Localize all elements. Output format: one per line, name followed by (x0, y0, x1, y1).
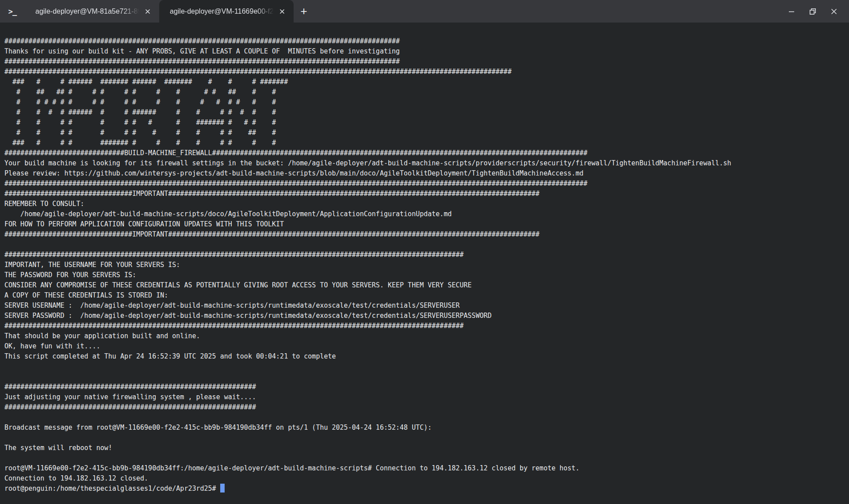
terminal-line: # ## ## # # # # # # # # # ## # # (4, 87, 849, 97)
terminal-line: ########################################… (4, 382, 849, 392)
terminal-tab-1[interactable]: agile-deployer@VM-81a5e721-8956 (25, 0, 159, 23)
terminal-line: OK, have fun with it.... (4, 341, 849, 351)
new-tab-button[interactable]: + (294, 0, 314, 23)
tab-close-button[interactable] (276, 5, 288, 18)
terminal-line: ################################IMPORTAN… (4, 229, 849, 240)
terminal-line (4, 453, 849, 463)
close-window-button[interactable] (830, 7, 838, 16)
close-icon (279, 9, 285, 14)
window-titlebar: >_ agile-deployer@VM-81a5e721-8956agile-… (0, 0, 849, 23)
terminal-line: ########################################… (4, 67, 849, 77)
terminal-line: Thanks for using our build kit - ANY PRO… (4, 46, 849, 57)
terminal-line (4, 240, 849, 250)
tab-close-button[interactable] (142, 5, 154, 18)
terminal-line: REMEMBER TO CONSULT: (4, 199, 849, 209)
terminal-line (4, 362, 849, 372)
terminal-line: ################################IMPORTAN… (4, 189, 849, 199)
restore-button[interactable] (808, 7, 817, 16)
terminal-line: THE PASSWORD FOR YOUR SERVERS IS: (4, 270, 849, 280)
terminal-tab-2[interactable]: agile-deployer@VM-11669e00-f2e2 (159, 0, 294, 23)
terminal-line: ########################################… (4, 402, 849, 412)
terminal-line: IMPORTANT, THE USERNAME FOR YOUR SERVERS… (4, 260, 849, 270)
terminal-line: # # # # # # # # # # # # # # # # # # (4, 97, 849, 107)
minimize-button[interactable] (787, 7, 796, 16)
terminal-line: Connection to 194.182.163.12 closed. (4, 473, 849, 484)
terminal-cursor (220, 484, 225, 493)
terminal-line: Your build machine is looking for its fi… (4, 158, 849, 168)
tab-strip: agile-deployer@VM-81a5e721-8956agile-dep… (25, 0, 294, 23)
tab-title: agile-deployer@VM-11669e00-f2e2 (170, 8, 276, 15)
terminal-line: SERVER USERNAME : /home/agile-deployer/a… (4, 301, 849, 311)
terminal-line: ### # # ###### ####### ###### ####### # … (4, 77, 849, 87)
terminal-line: ########################################… (4, 250, 849, 260)
terminal-line: root@penguin:/home/thespecialglasses1/co… (4, 484, 849, 494)
terminal-line: /home/agile-deployer/adt-build-machine-s… (4, 209, 849, 219)
terminal-line: root@VM-11669e00-f2e2-415c-bb9b-984190db… (4, 463, 849, 473)
terminal-line: # # # # ###### # # ###### # # # # # # # (4, 107, 849, 118)
terminal-line: FOR HOW TO PERFORM APPLICATION CONFIGURA… (4, 219, 849, 229)
terminal-line: CONSIDER ANY COMPROMISE OF THESE CREDENT… (4, 280, 849, 290)
restore-icon (809, 8, 816, 15)
tab-title: agile-deployer@VM-81a5e721-8956 (35, 8, 142, 15)
terminal-line: Broadcast message from root@VM-11669e00-… (4, 423, 849, 433)
terminal-line: The system will reboot now! (4, 443, 849, 453)
terminal-line: SERVER PASSWORD : /home/agile-deployer/a… (4, 311, 849, 321)
terminal-screen[interactable]: ########################################… (0, 23, 849, 504)
terminal-app-icon: >_ (0, 0, 25, 23)
minimize-icon (788, 8, 795, 15)
window-controls (787, 0, 849, 23)
terminal-line: ########################################… (4, 179, 849, 189)
terminal-line (4, 372, 849, 382)
terminal-line: ##############################BUILD-MACH… (4, 148, 849, 158)
terminal-line: ### # # # ####### # # # # # # # # (4, 138, 849, 148)
terminal-line: Please review: https://github.com/winter… (4, 168, 849, 179)
close-icon (830, 8, 838, 15)
close-icon (145, 9, 150, 14)
terminal-line: ########################################… (4, 57, 849, 67)
terminal-line: # # # # # # # # # ####### # # # # (4, 118, 849, 128)
terminal-line: ########################################… (4, 321, 849, 331)
terminal-line: This script completed at Thu Apr 24 16:5… (4, 351, 849, 362)
terminal-line: # # # # # # # # # # # # ## # (4, 128, 849, 138)
terminal-line: ########################################… (4, 36, 849, 46)
terminal-line: A COPY OF THESE CREDENTIALS IS STORED IN… (4, 290, 849, 301)
terminal-line: Just adjusting your native firewalling s… (4, 392, 849, 402)
terminal-line: That should be your application built an… (4, 331, 849, 341)
terminal-line (4, 433, 849, 443)
terminal-line (4, 412, 849, 423)
